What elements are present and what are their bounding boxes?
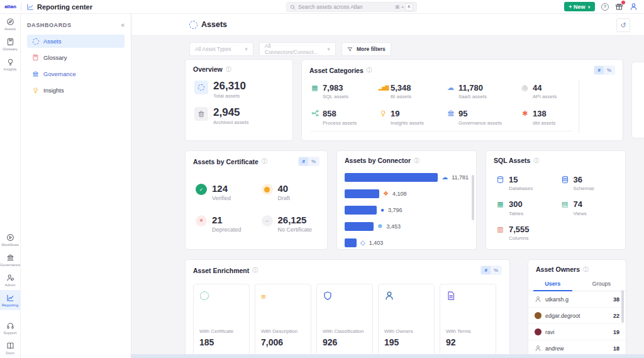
global-search[interactable]: ⌘+ K [286, 2, 417, 12]
info-icon[interactable]: ⓘ [583, 267, 589, 272]
help-icon[interactable]: ? [601, 3, 609, 11]
open-book-icon [6, 342, 14, 350]
assets-by-connector-card: Assets by Connector ⓘ ☁ 11,781 ❖ 4,108 [336, 150, 477, 250]
dashboards-sidebar: DASHBOARDS « Assets Glossary Governance … [21, 14, 131, 358]
outline-connector-icon: ◇ [360, 240, 365, 246]
owner-row[interactable]: edgar.degroot 22 [528, 308, 626, 324]
card-title: Assets by Connector [345, 157, 411, 164]
sidebar-item-insights[interactable]: Insights [27, 84, 125, 97]
rail-item-governance[interactable]: Governance [0, 250, 20, 270]
line-chart-icon [6, 294, 14, 302]
info-icon[interactable]: ⓘ [414, 158, 419, 164]
funnel-icon [347, 47, 353, 52]
page-title: Assets [189, 20, 227, 29]
table-grid-icon: ▦ [311, 84, 319, 92]
verified-stat: ✓ 124Verified [196, 184, 262, 201]
dbt-icon: ✱ [521, 109, 529, 118]
percent-toggle[interactable]: % [604, 66, 614, 74]
connector-row: ◇ 1,403 [345, 238, 469, 247]
divider [311, 131, 572, 131]
process-assets-stat: 858Process assets [311, 109, 379, 125]
vertical-scrollbar[interactable] [472, 175, 474, 220]
info-icon[interactable]: ⓘ [367, 67, 372, 73]
databases-stat: 15Databases [496, 176, 561, 191]
deprecated-stat: ✕ 21Deprecated [196, 215, 262, 233]
rail-item-insights[interactable]: Insights [0, 54, 20, 74]
person-icon [384, 291, 394, 301]
rail-item-admin[interactable]: Admin [0, 270, 20, 290]
rail-item-support[interactable]: Support [0, 318, 20, 338]
rail-item-workflows[interactable]: Workflows [0, 230, 20, 250]
refresh-button[interactable]: ↺ [616, 18, 630, 32]
card-title: Assets by Certificate [193, 158, 258, 165]
atlan-logo: atlan [0, 4, 21, 9]
percent-toggle[interactable]: % [308, 157, 319, 165]
asset-categories-card: Asset Categories ⓘ # % ▦ 7,983SQL assets… [301, 59, 623, 141]
keycap-k: K [405, 3, 413, 11]
chevron-down-icon: ∨ [327, 47, 330, 52]
connector-bar [345, 206, 377, 215]
info-icon[interactable]: ⓘ [252, 267, 258, 273]
line-chart-icon [26, 3, 34, 11]
bank-icon [6, 254, 14, 262]
new-button[interactable]: + New ∨ [564, 2, 595, 11]
check-circle-icon: ✓ [196, 184, 207, 195]
percent-toggle[interactable]: % [491, 266, 501, 274]
main-content: Assets ↺ All Asset Types ∨ All Connector… [131, 14, 644, 358]
database-icon [496, 176, 504, 184]
number-toggle[interactable]: # [481, 266, 490, 274]
tab-users[interactable]: Users [528, 278, 577, 291]
schemas-stat: 36Schemas [561, 176, 626, 191]
view-grid-icon: ▤ [561, 200, 569, 208]
with-classification-tile: With Classification 926 [316, 284, 373, 358]
info-icon[interactable]: ⓘ [226, 67, 231, 72]
more-filters-button[interactable]: More filters [341, 42, 391, 56]
rail-item-glossary[interactable]: Glossary [0, 34, 20, 54]
api-icon: ◎ [521, 84, 529, 92]
card-title: Asset Owners [536, 266, 580, 273]
search-input[interactable] [298, 4, 392, 10]
bank-icon [32, 70, 39, 77]
search-shortcut: ⌘+ K [395, 3, 413, 11]
number-toggle[interactable]: # [594, 66, 603, 74]
bi-assets-stat: ▂▅▇ 5,348BI assets [379, 84, 447, 99]
draft-stat: 40Draft [262, 184, 328, 201]
connectors-dropdown[interactable]: All Connectors/Connect... ∨ [259, 42, 336, 56]
user-avatar-icon[interactable] [630, 3, 638, 11]
sidebar-item-glossary[interactable]: Glossary [27, 51, 125, 64]
asset-types-dropdown[interactable]: All Asset Types ∨ [189, 42, 253, 56]
headset-icon [6, 322, 14, 330]
vertical-scrollbar[interactable] [621, 290, 624, 323]
sidebar-header: DASHBOARDS [27, 22, 72, 28]
tab-groups[interactable]: Groups [577, 278, 626, 291]
collapse-sidebar-icon[interactable]: « [121, 21, 125, 28]
connector-row: ● 3,796 [345, 206, 469, 215]
connector-bar [345, 222, 374, 231]
sidebar-item-assets[interactable]: Assets [27, 35, 125, 48]
info-icon[interactable]: ⓘ [533, 158, 539, 164]
connector-bar-chart: ☁ 11,781 ❖ 4,108 ● 3,796 [337, 168, 476, 250]
number-toggle[interactable]: # [299, 157, 308, 165]
rail-item-assets[interactable]: Assets [0, 14, 20, 34]
person-icon [535, 345, 541, 352]
gift-icon[interactable] [615, 3, 623, 11]
total-assets-stat: 26,310 Total assets [194, 81, 284, 99]
sidebar-item-governance[interactable]: Governance [27, 67, 125, 81]
filter-bar: All Asset Types ∨ All Connectors/Connect… [131, 36, 644, 56]
chevron-down-icon: ∨ [245, 47, 248, 52]
horizontal-scrollbar[interactable] [131, 354, 644, 358]
owner-row[interactable]: utkarsh.g 38 [528, 291, 626, 308]
file-icon [446, 291, 456, 301]
minus-circle-icon: – [262, 215, 273, 227]
rail-item-reporting[interactable]: Reporting [0, 290, 20, 310]
connector-row: ☁ 11,781 [345, 173, 469, 182]
info-icon[interactable]: ⓘ [262, 159, 267, 164]
columns-icon: ▥ [496, 225, 504, 233]
sql-assets-card: SQL Assets ⓘ 15Databases 36Schemas ▦ 300… [486, 150, 626, 250]
owner-row[interactable]: ravi 19 [528, 324, 626, 340]
divider [579, 80, 579, 134]
number-percent-toggle: # % [298, 157, 319, 166]
dashed-circle-icon [189, 21, 197, 29]
dbt-assets-stat: ✱ 138dbt assets [521, 109, 577, 125]
rail-item-docs[interactable]: Docs [0, 338, 20, 358]
